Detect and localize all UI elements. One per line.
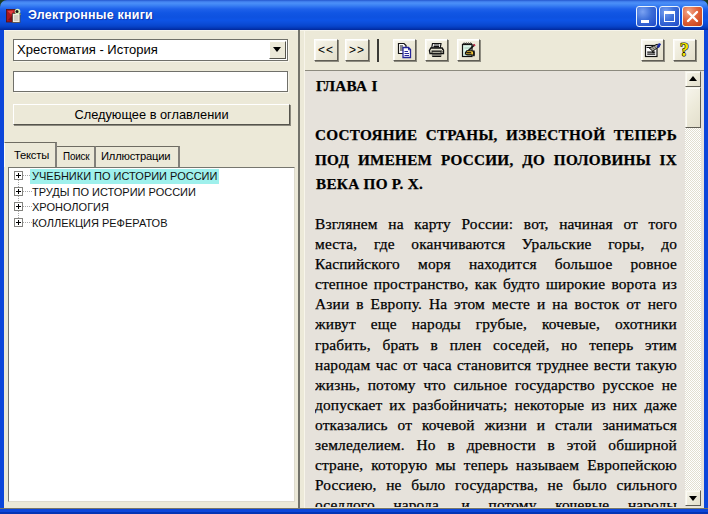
svg-text:?: ? [680, 40, 689, 60]
